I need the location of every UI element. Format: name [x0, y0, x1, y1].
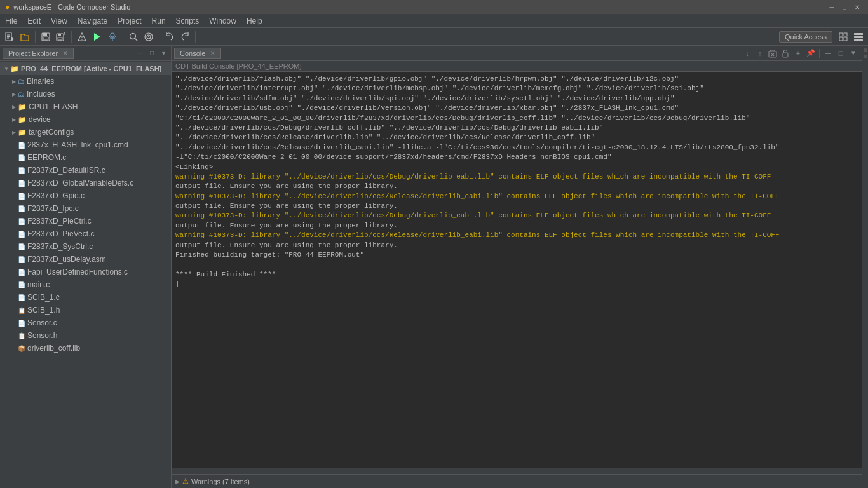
menu-project[interactable]: Project: [112, 14, 146, 27]
console-warning-1b: output file. Ensure you are using the pr…: [175, 182, 858, 191]
toolbar-undo-btn[interactable]: [163, 30, 177, 44]
warnings-label: Warnings (7 items): [191, 478, 250, 485]
svg-line-22: [135, 38, 137, 41]
toolbar-new-btn[interactable]: [3, 30, 17, 44]
tree-item-scib1c[interactable]: ▶ 📄 SCIB_1.c: [0, 291, 171, 304]
toolbar-debug-btn[interactable]: [105, 30, 119, 44]
menu-file[interactable]: File: [0, 14, 22, 27]
tree-item-usdelay[interactable]: ▶ 📄 F2837xD_usDelay.asm: [0, 253, 171, 266]
menu-edit[interactable]: Edit: [22, 14, 46, 27]
toolbar-redo-btn[interactable]: [178, 30, 192, 44]
tree-item-defaultisr[interactable]: ▶ 📄 F2837xD_DefaultISR.c: [0, 164, 171, 177]
toolbar-build-btn[interactable]: [75, 30, 89, 44]
console-line-6: "../device/driverlib/ccs/Debug/driverlib…: [175, 123, 858, 133]
explorer-maximize-btn[interactable]: □: [147, 48, 157, 58]
sensor-h-icon: 📋: [18, 332, 25, 339]
piectrl-label: F2837xD_PieCtrl.c: [27, 217, 92, 226]
edge-panel-btn-1[interactable]: [864, 48, 867, 52]
fapi-icon: 📄: [18, 269, 25, 276]
toolbar-sep-5: [195, 31, 196, 43]
console-tab-close[interactable]: ✕: [210, 50, 215, 57]
quick-access-btn[interactable]: Quick Access: [779, 31, 832, 43]
tree-item-pievect[interactable]: ▶ 📄 F2837xD_PieVect.c: [0, 227, 171, 240]
maximize-button[interactable]: □: [839, 1, 850, 13]
menu-view[interactable]: View: [46, 14, 72, 27]
gpio-icon: 📄: [18, 193, 25, 200]
cpu1flash-icon: 📁: [18, 103, 27, 111]
explorer-minimize-btn[interactable]: ─: [135, 48, 146, 58]
warnings-bar[interactable]: ▶ ⚠ Warnings (7 items): [172, 474, 862, 488]
console-scroll-end-btn[interactable]: ↓: [742, 48, 753, 59]
menu-run[interactable]: Run: [147, 14, 171, 27]
tree-item-gpio[interactable]: ▶ 📄 F2837xD_Gpio.c: [0, 189, 171, 202]
tree-item-sysctrl[interactable]: ▶ 📄 F2837xD_SysCtrl.c: [0, 240, 171, 253]
svg-rect-10: [58, 37, 62, 40]
console-line-2: "./device/driverlib/interrupt.obj" "./de…: [175, 84, 858, 93]
console-tab[interactable]: Console ✕: [174, 48, 221, 59]
console-output[interactable]: "./device/driverlib/flash.obj" "./device…: [172, 72, 862, 468]
console-menu-btn[interactable]: ▾: [848, 48, 859, 59]
tree-item-cpu1flash[interactable]: ▶ 📁 CPU1_FLASH: [0, 100, 171, 113]
edge-panel-btn-2[interactable]: [864, 55, 867, 58]
tree-item-device[interactable]: ▶ 📁 device: [0, 113, 171, 126]
console-warning-3b: output file. Ensure you are using the pr…: [175, 221, 858, 231]
console-finished: Finished building target: "PRO_44_EEPROM…: [175, 250, 858, 260]
console-minimize-btn[interactable]: ─: [822, 48, 834, 59]
explorer-menu-btn[interactable]: ▾: [158, 48, 168, 58]
toolbar-search-btn[interactable]: [126, 30, 140, 44]
tree-item-cmd[interactable]: ▶ 📄 2837x_FLASH_lnk_cpu1.cmd: [0, 139, 171, 151]
tree-item-includes[interactable]: ▶ 🗂 Includes: [0, 88, 171, 100]
tree-item-driverlib[interactable]: ▶ 📦 driverlib_coff.lib: [0, 342, 171, 355]
console-new-btn[interactable]: +: [792, 48, 804, 59]
svg-marker-4: [11, 37, 14, 41]
console-scroll-start-btn[interactable]: ↑: [754, 48, 766, 59]
console-maximize-btn[interactable]: □: [835, 48, 846, 59]
project-explorer-tab[interactable]: Project Explorer ✕: [3, 48, 74, 59]
main-area: Project Explorer ✕ ─ □ ▾ ▼ 📁 PRO_44_EEPR…: [0, 46, 868, 488]
toolbar-perspective-btn[interactable]: [836, 30, 850, 44]
toolbar-save-btn[interactable]: [39, 30, 53, 44]
menu-window[interactable]: Window: [204, 14, 241, 27]
project-explorer-tab-close[interactable]: ✕: [63, 50, 68, 57]
console-warning-3: warning #10373-D: library "../device/dri…: [175, 211, 858, 220]
targetconfigs-label: targetConfigs: [29, 128, 74, 137]
toolbar-save-all-btn[interactable]: [54, 30, 68, 44]
console-hscroll[interactable]: [172, 468, 862, 474]
tree-item-binaries[interactable]: ▶ 🗂 Binaries: [0, 75, 171, 88]
cmd-label: 2837x_FLASH_lnk_cpu1.cmd: [27, 140, 128, 149]
file-tree[interactable]: ▼ 📁 PRO_44_EEPROM [Active - CPU1_FLASH] …: [0, 61, 171, 488]
tree-item-eeprom-c[interactable]: ▶ 📄 EEPROM.c: [0, 151, 171, 164]
console-clear-btn[interactable]: [767, 48, 778, 59]
sensor-c-icon: 📄: [18, 320, 25, 327]
toolbar-run-btn[interactable]: [90, 30, 104, 44]
binaries-label: Binaries: [27, 77, 54, 86]
tree-item-piectrl[interactable]: ▶ 📄 F2837xD_PieCtrl.c: [0, 215, 171, 227]
menu-scripts[interactable]: Scripts: [171, 14, 205, 27]
toolbar-views-btn[interactable]: [851, 30, 865, 44]
binaries-arrow: ▶: [10, 79, 18, 85]
tree-item-scib1h[interactable]: ▶ 📋 SCIB_1.h: [0, 304, 171, 316]
tree-item-sensor-c[interactable]: ▶ 📄 Sensor.c: [0, 316, 171, 329]
tree-item-ipc[interactable]: ▶ 📄 F2837xD_Ipc.c: [0, 202, 171, 215]
menu-help[interactable]: Help: [241, 14, 268, 27]
close-button[interactable]: ✕: [851, 1, 863, 13]
console-pin-btn[interactable]: 📌: [805, 48, 817, 59]
window-title: workspaceE - Code Composer Studio: [13, 3, 826, 11]
toolbar-target-btn[interactable]: [142, 30, 156, 44]
menu-navigate[interactable]: Navigate: [72, 14, 112, 27]
tree-item-globalvars[interactable]: ▶ 📄 F2837xD_GlobalVariableDefs.c: [0, 177, 171, 189]
tree-item-main-c[interactable]: ▶ 📄 main.c: [0, 278, 171, 291]
minimize-button[interactable]: ─: [826, 1, 837, 13]
piectrl-icon: 📄: [18, 218, 25, 225]
driverlib-label: driverlib_coff.lib: [27, 344, 80, 353]
toolbar-open-btn[interactable]: [18, 30, 32, 44]
tree-item-fapi[interactable]: ▶ 📄 Fapi_UserDefinedFunctions.c: [0, 266, 171, 278]
console-lock-btn[interactable]: [780, 48, 791, 59]
includes-label: Includes: [27, 90, 55, 98]
tree-item-targetconfigs[interactable]: ▶ 📁 targetConfigs: [0, 126, 171, 139]
project-root-item[interactable]: ▼ 📁 PRO_44_EEPROM [Active - CPU1_FLASH]: [0, 62, 171, 75]
svg-point-14: [81, 39, 83, 40]
console-line-3: "./device/driverlib/sdfm.obj" "./device/…: [175, 94, 858, 104]
console-tab-bar: Console ✕ ↓ ↑ + 📌 ─ □ ▾: [172, 46, 862, 61]
tree-item-sensor-h[interactable]: ▶ 📋 Sensor.h: [0, 329, 171, 342]
